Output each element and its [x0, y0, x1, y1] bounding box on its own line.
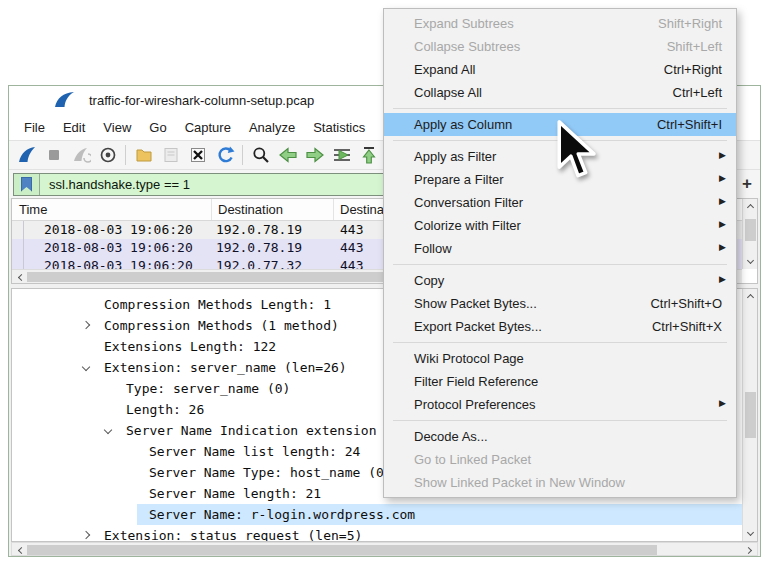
- menu-item-label: Expand All: [414, 62, 664, 77]
- detail-row[interactable]: Extension: status_request (len=5): [12, 525, 742, 541]
- expanded-arrow-icon[interactable]: [104, 426, 112, 434]
- save-file-icon[interactable]: [157, 142, 184, 168]
- collapsed-arrow-icon[interactable]: [82, 531, 90, 539]
- open-file-icon[interactable]: [130, 142, 157, 168]
- submenu-arrow-icon: ▶: [719, 274, 726, 284]
- menubar-item-analyze[interactable]: Analyze: [240, 117, 304, 138]
- scroll-up-button[interactable]: [743, 199, 758, 213]
- context-menu-item-protocol-preferences[interactable]: Protocol Preferences▶: [384, 393, 736, 416]
- detail-row-label: Server Name list length: 24: [149, 441, 360, 462]
- menu-item-label: Wiki Protocol Page: [414, 351, 722, 366]
- menubar-item-capture[interactable]: Capture: [176, 117, 240, 138]
- go-back-icon[interactable]: [274, 142, 301, 168]
- detail-row-label: Server Name Type: host_name (0): [149, 462, 392, 483]
- column-header-destination[interactable]: Destination: [212, 199, 334, 220]
- submenu-arrow-icon: ▶: [719, 219, 726, 229]
- reload-icon[interactable]: [211, 142, 238, 168]
- menu-item-label: Conversation Filter: [414, 195, 722, 210]
- scroll-right-button[interactable]: [742, 543, 757, 557]
- scroll-left-button[interactable]: [12, 543, 27, 557]
- toolbar-separator: [242, 145, 243, 165]
- menu-item-label: Filter Field Reference: [414, 374, 722, 389]
- context-menu-item-copy[interactable]: Copy▶: [384, 269, 736, 292]
- detail-row-label: Extension: status_request (len=5): [104, 525, 362, 541]
- context-menu-item-colorize-with-filter[interactable]: Colorize with Filter▶: [384, 214, 736, 237]
- menubar-item-view[interactable]: View: [94, 117, 140, 138]
- detail-row-label: Server Name length: 21: [149, 483, 321, 504]
- close-file-icon[interactable]: [184, 142, 211, 168]
- stop-capture-icon[interactable]: [40, 142, 67, 168]
- packet-list-vscrollbar[interactable]: [742, 199, 757, 269]
- menubar-item-statistics[interactable]: Statistics: [304, 117, 374, 138]
- packet-detail-vscrollbar[interactable]: [742, 289, 757, 541]
- go-to-first-packet-icon[interactable]: [355, 142, 382, 168]
- context-menu-item-expand-subtrees: Expand SubtreesShift+Right: [384, 12, 736, 35]
- start-capture-fin-icon[interactable]: [13, 142, 40, 168]
- restart-capture-icon[interactable]: [67, 142, 94, 168]
- detail-row[interactable]: Server Name: r-login.wordpress.com: [12, 504, 742, 525]
- detail-row-label: Type: server_name (0): [126, 378, 290, 399]
- context-menu-item-go-to-linked-packet: Go to Linked Packet: [384, 448, 736, 471]
- packet-cell-time: 2018-08-03 19:06:20: [24, 239, 212, 257]
- vscroll-thumb[interactable]: [745, 392, 756, 438]
- scroll-left-button[interactable]: [12, 270, 27, 284]
- hscroll-thumb[interactable]: [27, 545, 657, 555]
- chevron-down-icon: [747, 529, 754, 536]
- scroll-down-button[interactable]: [743, 255, 758, 269]
- packet-cell-destination: 192.0.78.19: [212, 221, 334, 239]
- submenu-arrow-icon: ▶: [719, 150, 726, 160]
- detail-row-label: Extension: server_name (len=26): [104, 357, 347, 378]
- context-menu-item-filter-field-reference[interactable]: Filter Field Reference: [384, 370, 736, 393]
- packet-cell-time: 2018-08-03 19:06:20: [24, 257, 212, 269]
- submenu-arrow-icon: ▶: [719, 398, 726, 408]
- menu-item-label: Expand Subtrees: [414, 16, 658, 31]
- menubar-item-file[interactable]: File: [15, 117, 54, 138]
- context-menu-item-collapse-subtrees: Collapse SubtreesShift+Left: [384, 35, 736, 58]
- submenu-arrow-icon: ▶: [719, 242, 726, 252]
- menubar-item-edit[interactable]: Edit: [54, 117, 94, 138]
- go-forward-icon[interactable]: [301, 142, 328, 168]
- related-packet-gutter: [12, 221, 24, 239]
- filter-bookmark-button[interactable]: [14, 174, 40, 195]
- menu-item-label: Collapse All: [414, 85, 673, 100]
- add-filter-button[interactable]: +: [738, 174, 756, 194]
- menu-item-shortcut: Ctrl+Shift+O: [650, 296, 722, 311]
- menubar-item-go[interactable]: Go: [140, 117, 175, 138]
- detail-row-label: Server Name Indication extension: [126, 420, 376, 441]
- menu-separator: [393, 342, 727, 343]
- column-header-time[interactable]: Time: [12, 199, 212, 220]
- detail-row-label: Compression Methods (1 method): [104, 315, 339, 336]
- context-menu-item-collapse-all[interactable]: Collapse AllCtrl+Left: [384, 81, 736, 104]
- packet-detail-hscrollbar[interactable]: [11, 542, 758, 556]
- related-packet-gutter: [12, 257, 24, 269]
- capture-options-icon[interactable]: [94, 142, 121, 168]
- menu-separator: [393, 264, 727, 265]
- find-packet-icon[interactable]: [247, 142, 274, 168]
- collapsed-arrow-icon[interactable]: [82, 321, 90, 329]
- context-menu-item-expand-all[interactable]: Expand AllCtrl+Right: [384, 58, 736, 81]
- wireshark-logo-icon: [54, 91, 76, 109]
- chevron-up-icon: [747, 294, 754, 301]
- go-to-packet-icon[interactable]: [328, 142, 355, 168]
- vscroll-thumb[interactable]: [745, 219, 756, 241]
- packet-cell-destination: 192.0.78.19: [212, 239, 334, 257]
- context-menu-item-show-packet-bytes[interactable]: Show Packet Bytes...Ctrl+Shift+O: [384, 292, 736, 315]
- context-menu-item-conversation-filter[interactable]: Conversation Filter▶: [384, 191, 736, 214]
- menu-item-label: Apply as Column: [414, 117, 657, 132]
- menu-item-shortcut: Ctrl+Left: [673, 85, 723, 100]
- chevron-down-icon: [747, 257, 754, 264]
- chevron-left-icon: [17, 273, 24, 280]
- context-menu-item-decode-as[interactable]: Decode As...: [384, 425, 736, 448]
- scroll-up-button[interactable]: [743, 289, 758, 303]
- context-menu-item-show-linked-packet-in-new-window: Show Linked Packet in New Window: [384, 471, 736, 494]
- packet-cell-time: 2018-08-03 19:06:20: [24, 221, 212, 239]
- scroll-down-button[interactable]: [743, 527, 758, 541]
- window-title: traffic-for-wireshark-column-setup.pcap: [89, 93, 314, 108]
- menu-item-label: Export Packet Bytes...: [414, 319, 652, 334]
- context-menu-item-wiki-protocol-page[interactable]: Wiki Protocol Page: [384, 347, 736, 370]
- context-menu-item-follow[interactable]: Follow▶: [384, 237, 736, 260]
- detail-row-label: Compression Methods Length: 1: [104, 294, 331, 315]
- menu-item-label: Colorize with Filter: [414, 218, 722, 233]
- context-menu-item-export-packet-bytes[interactable]: Export Packet Bytes...Ctrl+Shift+X: [384, 315, 736, 338]
- expanded-arrow-icon[interactable]: [82, 363, 90, 371]
